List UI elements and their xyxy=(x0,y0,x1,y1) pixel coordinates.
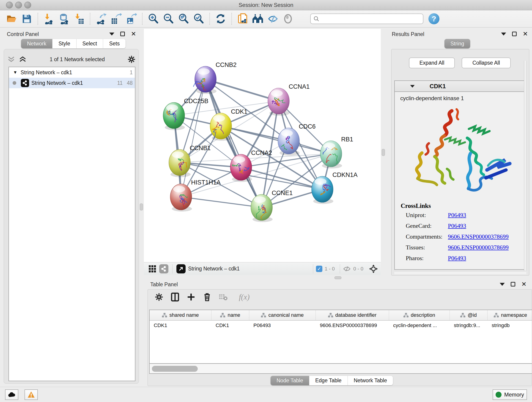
export-table-icon[interactable] xyxy=(110,13,122,25)
hidden-items-eye-icon[interactable] xyxy=(343,265,351,272)
right-splitter-grip[interactable] xyxy=(382,149,385,156)
node-CDC6[interactable]: CDC6 xyxy=(278,123,316,156)
horizontal-splitter-grip[interactable] xyxy=(335,276,341,279)
network-collection-row[interactable]: ▼ String Network – cdk1 1 xyxy=(9,67,135,78)
level-of-detail-icon[interactable] xyxy=(282,13,294,25)
table-row[interactable]: CDK1CDK1P064939606.ENSP00000378699cyclin… xyxy=(150,321,532,331)
column-header-database-identifier[interactable]: database identifier xyxy=(316,310,389,320)
edge-CCNA2-CDKN1A[interactable] xyxy=(241,167,322,189)
zoom-selected-icon[interactable] xyxy=(193,13,204,25)
collapse-panel-icon[interactable] xyxy=(501,32,506,36)
collapse-panel-icon[interactable] xyxy=(109,32,114,36)
show-hide-graphics-icon[interactable] xyxy=(267,13,279,25)
column-header-name[interactable]: name xyxy=(211,310,249,320)
tab-style[interactable]: Style xyxy=(52,39,76,48)
crosslink-link[interactable]: P06493 xyxy=(448,255,466,262)
node-HIST1H1A[interactable]: HIST1H1A xyxy=(170,179,221,211)
float-panel-icon[interactable] xyxy=(511,282,515,287)
zoom-fit-icon[interactable] xyxy=(178,13,189,25)
function-builder-icon[interactable]: f(x) xyxy=(234,292,254,302)
scrollbar-thumb[interactable] xyxy=(152,366,198,372)
import-network-from-clipboard-icon[interactable] xyxy=(237,13,248,25)
grid-view-icon[interactable] xyxy=(148,264,157,274)
collapse-panel-icon[interactable] xyxy=(500,283,505,286)
tab-network-table[interactable]: Network Table xyxy=(348,376,393,385)
crosslink-link[interactable]: P06493 xyxy=(448,212,466,219)
import-table-from-file-icon[interactable] xyxy=(73,13,85,25)
refresh-icon[interactable] xyxy=(215,13,226,25)
selected-items-checkbox[interactable]: ✓ xyxy=(316,266,322,272)
network-thumbnail-icon[interactable] xyxy=(159,264,168,274)
network-canvas[interactable]: CCNB2CCNA1CDC25BCDK1CDC6RB1CCNB1CCNA2CDK… xyxy=(144,29,381,262)
edge-HIST1H1A-CCNE1[interactable] xyxy=(181,197,262,207)
table-cell[interactable]: stringdb xyxy=(488,321,532,331)
close-panel-icon[interactable]: ✕ xyxy=(523,32,528,36)
show-columns-icon[interactable] xyxy=(170,292,180,302)
search-input[interactable] xyxy=(319,16,420,22)
fit-selected-crosshair-icon[interactable] xyxy=(369,264,378,274)
edge-CDK1-RB1[interactable] xyxy=(221,126,331,154)
node-CCNE1[interactable]: CCNE1 xyxy=(251,190,293,222)
crosslink-link[interactable]: P06493 xyxy=(448,223,466,230)
open-session-icon[interactable] xyxy=(6,13,17,25)
table-horizontal-scrollbar[interactable] xyxy=(149,364,532,374)
crosslink-link[interactable]: 9606.ENSP00000378699 xyxy=(448,233,509,240)
collapse-gene-icon[interactable] xyxy=(410,85,415,88)
detach-view-icon[interactable] xyxy=(177,264,186,274)
table-cell[interactable]: cyclin-dependent ... xyxy=(389,321,450,331)
table-cell[interactable]: 9606.ENSP00000378699 xyxy=(316,321,389,331)
tab-select[interactable]: Select xyxy=(76,39,103,48)
tab-edge-table[interactable]: Edge Table xyxy=(309,376,348,385)
table-cell[interactable]: stringdb:9... xyxy=(450,321,488,331)
network-row[interactable]: String Network – cdk1 11 48 xyxy=(9,78,135,88)
table-cell[interactable]: CDK1 xyxy=(211,321,249,331)
column-header-@id[interactable]: @id xyxy=(450,310,488,320)
import-network-from-file-icon[interactable] xyxy=(43,13,55,25)
node-RB1[interactable]: RB1 xyxy=(320,136,353,168)
collapse-all-icon[interactable] xyxy=(7,56,15,63)
cloud-sync-button[interactable] xyxy=(5,389,18,400)
zoom-out-icon[interactable] xyxy=(163,13,174,25)
column-header-namespace[interactable]: namespace xyxy=(488,310,532,320)
edge-CCNB2-CCNA1[interactable] xyxy=(206,79,279,101)
network-options-gear-icon[interactable] xyxy=(128,56,135,63)
zoom-in-icon[interactable] xyxy=(147,13,159,25)
column-header-shared-name[interactable]: shared name xyxy=(150,310,211,320)
delete-table-icon[interactable] xyxy=(218,292,228,302)
tree-expand-icon[interactable]: ▼ xyxy=(13,70,17,75)
table-cell[interactable]: CDK1 xyxy=(150,321,211,331)
tab-node-table[interactable]: Node Table xyxy=(271,376,309,385)
delete-column-icon[interactable] xyxy=(202,292,212,302)
column-header-canonical-name[interactable]: canonical name xyxy=(249,310,316,320)
expand-all-button[interactable]: Expand All xyxy=(409,57,455,68)
tab-network[interactable]: Network xyxy=(21,39,52,48)
node-CDKN1A[interactable]: CDKN1A xyxy=(312,172,358,204)
search-field[interactable] xyxy=(310,13,423,24)
table-options-gear-icon[interactable] xyxy=(154,292,164,302)
close-panel-icon[interactable]: ✕ xyxy=(521,282,526,287)
float-panel-icon[interactable] xyxy=(120,32,125,36)
crosslink-link[interactable]: 9606.ENSP00000378699 xyxy=(448,244,509,251)
node-CCNA2[interactable]: CCNA2 xyxy=(230,149,272,182)
table-cell[interactable]: P06493 xyxy=(249,321,316,331)
save-session-icon[interactable] xyxy=(21,13,32,25)
edge-CCNB2-CCNE1[interactable] xyxy=(206,79,262,207)
create-column-icon[interactable] xyxy=(186,292,196,302)
collapse-all-button[interactable]: Collapse All xyxy=(462,57,511,68)
expand-all-icon[interactable] xyxy=(19,56,27,63)
export-network-icon[interactable] xyxy=(95,13,107,25)
float-panel-icon[interactable] xyxy=(512,32,517,36)
node-CCNB2[interactable]: CCNB2 xyxy=(193,61,237,94)
memory-status-button[interactable]: Memory xyxy=(493,389,527,400)
left-splitter-grip[interactable] xyxy=(140,204,143,211)
results-horizontal-scrollbar[interactable] xyxy=(394,271,526,274)
tab-sets[interactable]: Sets xyxy=(103,39,126,48)
import-network-from-database-icon[interactable] xyxy=(58,13,70,25)
column-header-description[interactable]: description xyxy=(389,310,450,320)
results-tab-string[interactable]: String xyxy=(444,39,470,48)
help-icon[interactable]: ? xyxy=(428,13,439,24)
results-vertical-scrollbar[interactable] xyxy=(524,61,527,271)
gene-card-header[interactable]: CDK1 xyxy=(395,81,526,92)
warnings-button[interactable] xyxy=(25,389,38,400)
home-icon[interactable] xyxy=(252,13,264,25)
